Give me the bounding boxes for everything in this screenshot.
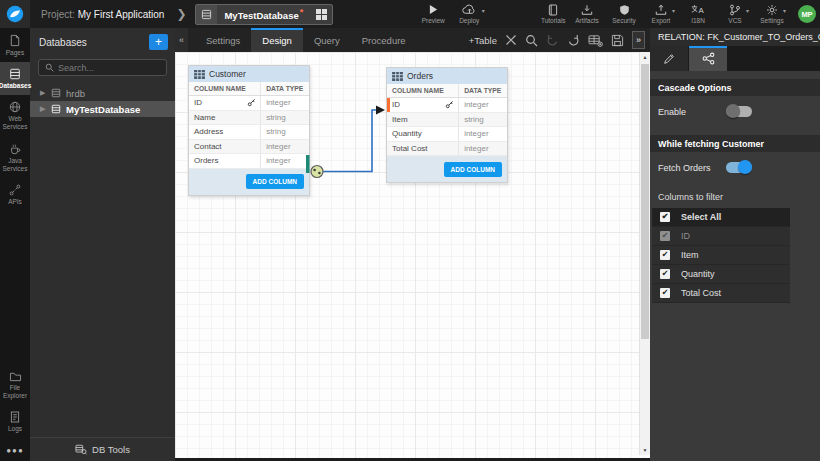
top-bar: Project: My First Application ❯ MyTestDa… — [0, 0, 820, 28]
tab-query[interactable]: Query — [303, 28, 351, 52]
globe-icon — [9, 101, 21, 113]
canvas-vertical-scrollbar[interactable]: ▲ ▼ — [639, 52, 650, 455]
user-avatar[interactable]: MP — [798, 5, 816, 23]
shield-icon — [619, 4, 630, 15]
filter-row[interactable]: ✔ Total Cost — [652, 284, 790, 303]
table-row[interactable]: ID integer — [189, 96, 309, 111]
wavemaker-logo-icon[interactable] — [0, 0, 30, 28]
add-table-button[interactable]: +Table — [469, 35, 497, 46]
rail-item-java-services[interactable]: Java Services — [0, 137, 30, 178]
search-box[interactable] — [38, 59, 167, 76]
scroll-up-icon[interactable]: ▲ — [640, 54, 650, 60]
table-row[interactable]: Contact integer — [189, 140, 309, 155]
table-row[interactable]: ID integer — [387, 98, 507, 113]
rail-item-logs[interactable]: Logs — [0, 405, 30, 438]
rail-item-file-explorer[interactable]: File Explorer — [0, 365, 30, 405]
pencil-icon — [663, 53, 675, 65]
tab-design[interactable]: Design — [251, 28, 303, 52]
entity-table-orders[interactable]: Orders COLUMN NAME DATA TYPE ID in — [386, 67, 508, 183]
database-tab[interactable]: MyTestDatabase* — [195, 4, 333, 25]
filter-row[interactable]: ✔ Select All — [652, 208, 790, 227]
tree-item-mytestdatabase[interactable]: ▶ MyTestDatabase — [30, 101, 175, 117]
tutorials-button[interactable]: Tutorials — [537, 4, 569, 24]
artifacts-download-icon — [581, 4, 593, 15]
zoom-search-icon[interactable] — [525, 34, 538, 47]
filter-label: Quantity — [681, 269, 715, 279]
settings-button[interactable]: ▾ Settings — [756, 4, 788, 24]
checkbox-icon[interactable]: ✔ — [660, 231, 670, 241]
table-title-bar[interactable]: Orders — [387, 68, 507, 84]
column-name-cell: Total Cost — [387, 142, 458, 156]
er-diagram-canvas[interactable]: Customer COLUMN NAME DATA TYPE ID — [175, 52, 650, 461]
database-icon — [51, 104, 61, 114]
checkbox-icon[interactable]: ✔ — [660, 288, 670, 298]
tab-edit-column[interactable] — [650, 46, 688, 71]
redo-icon[interactable] — [567, 34, 580, 47]
top-bar-tools: Artifacts Security ▾ Export A I18N — [571, 4, 820, 24]
filter-label: Item — [681, 250, 699, 260]
filter-row[interactable]: ✔ ID — [652, 227, 790, 246]
add-database-button[interactable]: + — [149, 34, 168, 50]
table-row[interactable]: Total Cost integer — [387, 142, 507, 157]
search-input[interactable] — [58, 63, 160, 73]
db-tools-button[interactable]: DB Tools — [30, 437, 175, 461]
table-row[interactable]: Item string — [387, 113, 507, 128]
rail-item-databases[interactable]: Databases — [0, 62, 30, 95]
tab-settings[interactable]: Settings — [195, 28, 251, 52]
page-icon — [9, 34, 21, 47]
close-icon[interactable] — [505, 34, 517, 46]
preview-button[interactable]: Preview — [417, 4, 449, 24]
tab-relation[interactable] — [689, 46, 727, 71]
chevron-down-icon: ▾ — [783, 7, 786, 14]
entity-table-customer[interactable]: Customer COLUMN NAME DATA TYPE ID — [188, 65, 310, 196]
tutorials-label: Tutorials — [541, 17, 566, 24]
chevron-down-icon: ▾ — [746, 7, 749, 14]
data-type-cell: string — [260, 111, 309, 125]
rail-item-apis[interactable]: APIs — [0, 178, 30, 211]
expand-right-panel-icon[interactable]: » — [632, 31, 645, 49]
column-name-cell: ID — [387, 98, 458, 112]
tab-procedure[interactable]: Procedure — [351, 28, 417, 52]
table-row[interactable]: Address string — [189, 125, 309, 140]
save-icon[interactable] — [611, 34, 624, 47]
caret-right-icon[interactable]: ▶ — [40, 105, 46, 113]
fetch-orders-label: Fetch Orders — [658, 163, 726, 173]
table-row[interactable]: Orders integer — [189, 154, 309, 169]
add-column-button[interactable]: ADD COLUMN — [444, 162, 502, 177]
table-footer: ADD COLUMN — [387, 156, 507, 182]
rail-item-web-services[interactable]: Web Services — [0, 95, 30, 136]
chevron-down-icon: ▾ — [672, 7, 675, 14]
table-row[interactable]: Name string — [189, 111, 309, 126]
checkbox-icon[interactable]: ✔ — [660, 250, 670, 260]
workspace: « Settings Design Query Procedure +Table… — [175, 28, 650, 461]
artifacts-button[interactable]: Artifacts — [571, 4, 603, 24]
scroll-down-icon[interactable]: ▼ — [640, 447, 650, 453]
add-column-button[interactable]: ADD COLUMN — [246, 174, 304, 189]
caret-right-icon[interactable]: ▶ — [40, 89, 46, 97]
vcs-button[interactable]: ▾ VCS — [719, 4, 751, 24]
checkbox-icon[interactable]: ✔ — [660, 212, 670, 222]
enable-toggle[interactable] — [726, 106, 752, 117]
security-button[interactable]: Security — [608, 4, 640, 24]
export-button[interactable]: ▾ Export — [645, 4, 677, 24]
data-type-cell: integer — [458, 98, 507, 112]
rail-item-pages[interactable]: Pages — [0, 28, 30, 62]
column-name-cell: Name — [189, 111, 260, 125]
deploy-button[interactable]: ▾ Deploy — [453, 4, 485, 24]
filter-row[interactable]: ✔ Item — [652, 246, 790, 265]
filter-row[interactable]: ✔ Quantity — [652, 265, 790, 284]
more-options-icon[interactable]: ●●● — [0, 438, 30, 461]
scrollbar-thumb[interactable] — [641, 64, 649, 339]
table-row[interactable]: Quantity integer — [387, 127, 507, 142]
table-title-bar[interactable]: Customer — [189, 66, 309, 82]
undo-icon[interactable] — [546, 34, 559, 47]
checkbox-icon[interactable]: ✔ — [660, 269, 670, 279]
project-breadcrumb: Project: My First Application — [41, 9, 164, 20]
i18n-button[interactable]: A I18N — [682, 4, 714, 24]
tree-item-hrdb[interactable]: ▶ hrdb — [30, 85, 175, 101]
collapse-left-panel-icon[interactable]: « — [175, 28, 188, 52]
grid-view-icon[interactable] — [310, 9, 332, 20]
fetch-orders-toggle[interactable] — [726, 162, 752, 173]
filter-label: ID — [681, 231, 690, 241]
update-database-icon[interactable] — [588, 34, 603, 47]
